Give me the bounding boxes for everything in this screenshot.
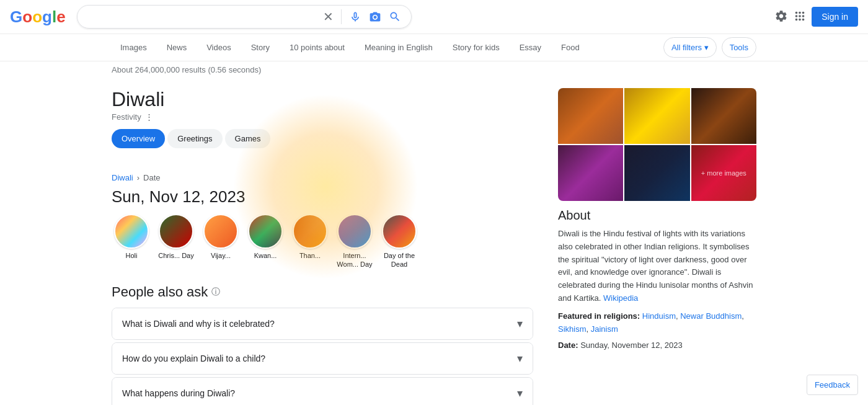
nav-item-videos[interactable]: Videos [198, 37, 240, 58]
breadcrumb: Diwali › Date [112, 166, 533, 185]
related-item-international[interactable]: Intern... Wom... Day [335, 214, 374, 269]
related-item-dayofthe[interactable]: Day of the Dead [379, 214, 419, 269]
related-item-vijaya[interactable]: Vijay... [201, 214, 241, 269]
paa-question-3-row[interactable]: What happens during Diwali? ▾ [112, 378, 533, 405]
kp-about-text: Diwali is the Hindu festival of lights w… [558, 228, 756, 305]
related-item-holi[interactable]: Holi [112, 214, 151, 269]
chevron-down-icon: ▾ [517, 352, 523, 365]
related-item-holi-img [114, 214, 149, 249]
related-item-christmas[interactable]: Chris... Day [156, 214, 196, 269]
search-action-icons: ✕ [323, 9, 401, 24]
related-festivals-scroll[interactable]: Holi Chris... Day Vijay... Kwan... Than.… [112, 214, 533, 274]
knowledge-panel: + more images About Diwali is the Hindu … [558, 78, 756, 405]
paa-question-3[interactable]: What happens during Diwali? ▾ [112, 377, 533, 405]
chevron-down-icon: ▾ [517, 386, 523, 400]
nav-tools: All filters ▾ Tools [663, 37, 756, 58]
nav-item-story-kids[interactable]: Story for kids [444, 37, 508, 58]
kp-date-value: Sunday, November 12, 2023 [580, 340, 683, 350]
related-item-dayofthe-label: Day of the Dead [379, 251, 419, 269]
religion-newar-buddhism-link[interactable]: Newar Buddhism [680, 311, 742, 321]
related-item-dayofthe-img [382, 214, 417, 249]
related-item-international-label: Intern... Wom... Day [335, 251, 374, 269]
related-item-vijaya-label: Vijay... [211, 251, 231, 260]
breadcrumb-parent-link[interactable]: Diwali [112, 173, 133, 182]
search-nav: Images News Videos Story 10 points about… [0, 34, 868, 61]
search-bar: diwali ✕ [77, 5, 412, 29]
main-content: Diwali Festivity ⋮ Overview Greetings Ga… [0, 78, 868, 405]
nav-item-essay[interactable]: Essay [511, 37, 550, 58]
tools-button[interactable]: Tools [722, 37, 756, 58]
feedback-button[interactable]: Feedback [807, 375, 858, 395]
related-item-holi-label: Holi [126, 251, 138, 260]
tab-greetings[interactable]: Greetings [167, 129, 222, 148]
kp-image-3[interactable] [691, 88, 756, 144]
religion-hinduism-link[interactable]: Hinduism [642, 311, 676, 321]
kp-religions-label: Featured in religions: [558, 311, 640, 321]
left-column: Diwali Festivity ⋮ Overview Greetings Ga… [112, 78, 533, 405]
paa-info-icon[interactable]: ⓘ [211, 287, 220, 298]
kp-image-6[interactable]: + more images [691, 145, 756, 201]
entity-tabs: Overview Greetings Games [112, 129, 533, 148]
all-filters-button[interactable]: All filters ▾ [663, 37, 717, 58]
related-item-christmas-img [159, 214, 193, 249]
paa-question-2[interactable]: How do you explain Diwali to a child? ▾ [112, 342, 533, 375]
related-item-kwanzaa-label: Kwan... [254, 251, 277, 260]
tab-overview[interactable]: Overview [112, 129, 165, 148]
paa-question-1-row[interactable]: What is Diwali and why is it celebrated?… [112, 308, 533, 339]
more-options-icon[interactable]: ⋮ [145, 112, 153, 122]
related-item-kwanzaa[interactable]: Kwan... [246, 214, 285, 269]
nav-item-news[interactable]: News [158, 37, 196, 58]
search-input[interactable]: diwali [87, 11, 318, 22]
religion-jainism-link[interactable]: Jainism [591, 324, 618, 334]
related-item-international-img [337, 214, 372, 249]
related-item-kwanzaa-img [248, 214, 283, 249]
kp-image-5[interactable] [624, 145, 689, 201]
people-also-ask-section: People also ask ⓘ What is Diwali and why… [112, 284, 533, 405]
entity-card: Diwali Festivity ⋮ Overview Greetings Ga… [112, 78, 533, 166]
kp-images-grid: + more images [558, 88, 756, 201]
divider [341, 9, 342, 24]
settings-button[interactable] [774, 9, 788, 25]
kp-image-1[interactable] [558, 88, 623, 144]
breadcrumb-separator: › [137, 173, 140, 182]
paa-question-1[interactable]: What is Diwali and why is it celebrated?… [112, 308, 533, 340]
related-item-thanksgiving-img [293, 214, 327, 249]
header: Google diwali ✕ Sign in [0, 0, 868, 34]
sign-in-button[interactable]: Sign in [812, 7, 858, 27]
chevron-down-icon: ▾ [517, 317, 523, 331]
clear-search-button[interactable]: ✕ [323, 9, 334, 24]
nav-item-images[interactable]: Images [112, 37, 156, 58]
nav-item-food[interactable]: Food [552, 37, 588, 58]
kp-religions-row: Featured in religions: Hinduism, Newar B… [558, 310, 756, 336]
paa-title: People also ask ⓘ [112, 284, 533, 300]
paa-question-2-row[interactable]: How do you explain Diwali to a child? ▾ [112, 343, 533, 374]
results-info: About 264,000,000 results (0.56 seconds) [0, 61, 868, 78]
related-item-thanksgiving-label: Than... [299, 251, 321, 260]
tab-games[interactable]: Games [225, 129, 271, 148]
breadcrumb-current: Date [143, 173, 160, 182]
nav-item-meaning[interactable]: Meaning in English [356, 37, 441, 58]
kp-image-2[interactable] [624, 88, 689, 144]
voice-search-button[interactable] [349, 11, 361, 23]
wikipedia-link[interactable]: Wikipedia [603, 293, 638, 303]
entity-title: Diwali [112, 88, 533, 111]
kp-date-row: Date: Sunday, November 12, 2023 [558, 339, 756, 352]
image-search-button[interactable] [369, 11, 381, 23]
related-item-christmas-label: Chris... Day [158, 251, 193, 260]
entity-date: Sun, Nov 12, 2023 [112, 185, 533, 214]
religion-sikhism-link[interactable]: Sikhism [558, 324, 587, 334]
header-right: Sign in [774, 7, 858, 27]
google-search-button[interactable] [389, 11, 401, 23]
related-item-thanksgiving[interactable]: Than... [290, 214, 330, 269]
google-logo[interactable]: Google [10, 7, 67, 26]
apps-button[interactable] [793, 9, 807, 25]
svg-text:Google: Google [10, 7, 66, 26]
nav-item-story[interactable]: Story [242, 37, 278, 58]
kp-date-label: Date: [558, 340, 578, 350]
kp-about-title: About [558, 208, 756, 223]
related-item-vijaya-img [203, 214, 238, 249]
entity-subtitle: Festivity ⋮ [112, 112, 533, 122]
more-images-overlay[interactable]: + more images [701, 169, 746, 177]
kp-image-4[interactable] [558, 145, 623, 201]
nav-item-10points[interactable]: 10 points about [281, 37, 353, 58]
